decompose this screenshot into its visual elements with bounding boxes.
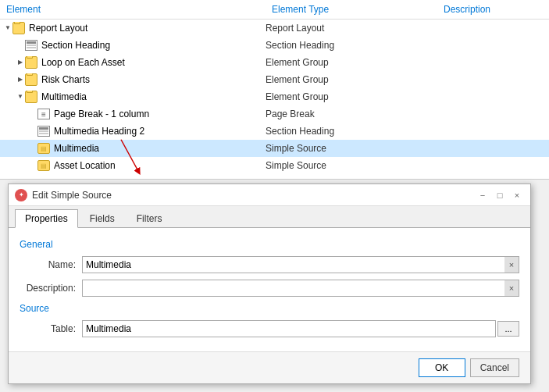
dialog-icon: ✦ bbox=[15, 189, 27, 201]
dialog-body: General Name: × Description: × Source Ta… bbox=[9, 228, 530, 351]
chevron-icon bbox=[16, 58, 25, 67]
tab-properties[interactable]: Properties bbox=[15, 209, 78, 228]
section-icon bbox=[37, 126, 50, 137]
table-browse-button[interactable]: ... bbox=[497, 321, 519, 337]
close-button[interactable]: × bbox=[510, 189, 524, 201]
tree-row-label: Page Break - 1 column bbox=[54, 109, 149, 119]
tree-row-type: Element Group bbox=[266, 57, 437, 68]
simple-source-icon: ▤ bbox=[37, 160, 50, 171]
tree-row-type: Section Heading bbox=[266, 126, 437, 137]
description-row: Description: × bbox=[20, 280, 519, 297]
general-section-label: General bbox=[20, 239, 519, 250]
tree-row[interactable]: ▤MultimediaSimple Source bbox=[0, 140, 549, 157]
cancel-button[interactable]: Cancel bbox=[470, 358, 519, 377]
tree-row[interactable]: Page Break - 1 columnPage Break bbox=[0, 105, 549, 123]
dialog-title: Edit Simple Source bbox=[32, 190, 112, 201]
tree-row-type: Simple Source bbox=[266, 160, 437, 171]
folder-icon bbox=[12, 22, 25, 34]
chevron-icon bbox=[16, 92, 25, 102]
chevron-icon bbox=[28, 127, 37, 136]
tree-row-label: Report Layout bbox=[29, 23, 87, 34]
folder-icon bbox=[25, 56, 37, 69]
table-input[interactable] bbox=[83, 321, 495, 337]
chevron-icon bbox=[3, 23, 12, 33]
tree-row-label: Section Heading bbox=[41, 40, 110, 51]
description-label: Description: bbox=[20, 283, 82, 294]
tree-panel: Element Element Type Description Report … bbox=[0, 0, 549, 180]
description-input[interactable] bbox=[83, 280, 504, 296]
chevron-icon bbox=[28, 144, 37, 153]
table-input-wrap bbox=[82, 320, 496, 337]
tree-row-label: Loop on Each Asset bbox=[41, 57, 125, 68]
minimize-button[interactable]: − bbox=[476, 189, 490, 201]
source-section-label: Source bbox=[20, 303, 519, 314]
tree-row[interactable]: Multimedia Heading 2Section Heading bbox=[0, 123, 549, 140]
chevron-icon bbox=[16, 41, 25, 50]
chevron-icon bbox=[28, 109, 37, 119]
simple-source-icon: ▤ bbox=[37, 143, 50, 154]
dialog-titlebar: ✦ Edit Simple Source − □ × bbox=[9, 184, 530, 206]
tree-body: Report LayoutReport Layout Section Headi… bbox=[0, 20, 549, 174]
chevron-icon bbox=[28, 161, 37, 170]
tree-row-label: Asset Location bbox=[54, 160, 116, 171]
tree-row-label: Risk Charts bbox=[41, 74, 90, 85]
header-type: Element Type bbox=[266, 2, 437, 17]
folder-icon bbox=[25, 73, 37, 86]
tree-row[interactable]: Report LayoutReport Layout bbox=[0, 20, 549, 37]
ok-button[interactable]: OK bbox=[419, 358, 465, 377]
tab-filters[interactable]: Filters bbox=[127, 209, 173, 227]
name-row: Name: × bbox=[20, 256, 519, 273]
folder-icon bbox=[25, 91, 37, 103]
tree-row[interactable]: Section HeadingSection Heading bbox=[0, 37, 549, 54]
dialog-tabs: PropertiesFieldsFilters bbox=[9, 206, 530, 228]
tree-row-label: Multimedia Heading 2 bbox=[54, 126, 144, 137]
tree-row-type: Simple Source bbox=[266, 143, 437, 154]
pagebreak-icon bbox=[37, 109, 50, 119]
tree-header: Element Element Type Description bbox=[0, 0, 549, 20]
name-input-wrap: × bbox=[82, 256, 519, 273]
header-description: Description bbox=[437, 2, 549, 17]
table-row: Table: ... bbox=[20, 320, 519, 337]
name-label: Name: bbox=[20, 259, 82, 270]
tree-row-type: Element Group bbox=[266, 74, 437, 85]
dialog-title-left: ✦ Edit Simple Source bbox=[15, 189, 112, 201]
maximize-button[interactable]: □ bbox=[493, 189, 507, 201]
tab-fields[interactable]: Fields bbox=[80, 209, 125, 227]
description-input-wrap: × bbox=[82, 280, 519, 297]
dialog-footer: OK Cancel bbox=[9, 351, 530, 383]
tree-row[interactable]: ▤Asset LocationSimple Source bbox=[0, 157, 549, 174]
tree-row-type: Element Group bbox=[266, 91, 437, 102]
tree-row-label: Multimedia bbox=[54, 143, 99, 154]
tree-row-type: Report Layout bbox=[266, 23, 437, 34]
edit-simple-source-dialog: ✦ Edit Simple Source − □ × PropertiesFie… bbox=[8, 184, 531, 384]
name-clear-button[interactable]: × bbox=[504, 257, 519, 273]
tree-row[interactable]: Loop on Each AssetElement Group bbox=[0, 54, 549, 71]
tree-row[interactable]: MultimediaElement Group bbox=[0, 88, 549, 105]
table-label: Table: bbox=[20, 323, 82, 334]
header-element: Element bbox=[0, 2, 266, 17]
tree-row[interactable]: Risk ChartsElement Group bbox=[0, 71, 549, 88]
tree-row-type: Section Heading bbox=[266, 40, 437, 51]
tree-row-label: Multimedia bbox=[41, 91, 87, 102]
chevron-icon bbox=[16, 75, 25, 84]
dialog-controls: − □ × bbox=[476, 189, 524, 201]
tree-row-type: Page Break bbox=[266, 109, 437, 119]
description-clear-button[interactable]: × bbox=[504, 280, 519, 296]
section-icon bbox=[25, 40, 37, 51]
name-input[interactable] bbox=[83, 257, 504, 273]
